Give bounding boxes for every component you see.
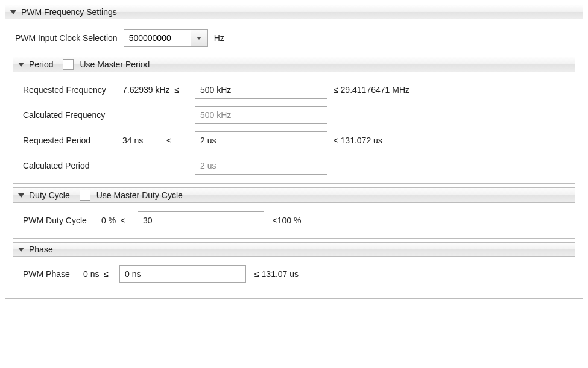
clock-selection-combo[interactable] [124, 29, 208, 47]
pwm-frequency-settings-panel: PWM Frequency Settings PWM Input Clock S… [5, 5, 583, 299]
duty-cycle-header[interactable]: Duty Cycle Use Master Duty Cycle [13, 188, 575, 203]
clock-selection-input[interactable] [124, 30, 191, 46]
phase-max: ≤ 131.07 us [246, 269, 299, 279]
chevron-down-icon [197, 37, 201, 40]
requested-frequency-row: Requested Frequency 7.62939 kHz ≤ ≤ 29.4… [23, 81, 565, 99]
phase-input[interactable] [119, 265, 246, 283]
calculated-period-value [195, 157, 327, 175]
phase-header[interactable]: Phase [13, 243, 575, 257]
use-master-period-checkbox[interactable] [63, 59, 74, 70]
use-master-duty-cycle-checkbox[interactable] [80, 190, 90, 201]
duty-cycle-input[interactable] [138, 211, 264, 229]
calculated-frequency-label: Calculated Frequency [23, 110, 122, 120]
panel-title: PWM Frequency Settings [21, 7, 117, 17]
clock-selection-label: PWM Input Clock Selection [15, 33, 118, 43]
duty-cycle-min: 0 % ≤ [101, 216, 138, 225]
requested-period-min: 34 ns ≤ [122, 136, 195, 145]
duty-cycle-title: Duty Cycle [29, 190, 70, 200]
duty-cycle-label: PWM Duty Cycle [23, 216, 101, 225]
use-master-duty-cycle-label: Use Master Duty Cycle [96, 190, 183, 200]
phase-row: PWM Phase 0 ns ≤ ≤ 131.07 us [23, 265, 565, 283]
use-master-period-label: Use Master Period [80, 60, 150, 69]
calculated-period-row: Calculated Period [23, 157, 565, 175]
period-panel: Period Use Master Period Requested Frequ… [13, 57, 575, 184]
clock-selection-unit: Hz [214, 33, 224, 43]
clock-selection-row: PWM Input Clock Selection Hz [13, 29, 575, 47]
requested-frequency-min: 7.62939 kHz ≤ [122, 85, 195, 95]
period-title: Period [29, 60, 53, 69]
requested-period-max: ≤ 131.072 us [327, 136, 448, 145]
collapse-icon [18, 248, 24, 252]
requested-period-row: Requested Period 34 ns ≤ ≤ 131.072 us [23, 131, 565, 149]
duty-cycle-panel: Duty Cycle Use Master Duty Cycle PWM Dut… [13, 187, 575, 239]
requested-frequency-max: ≤ 29.41176471 MHz [327, 85, 448, 95]
phase-panel: Phase PWM Phase 0 ns ≤ ≤ 131.07 us [13, 242, 575, 292]
requested-period-label: Requested Period [23, 136, 122, 145]
collapse-icon [18, 193, 24, 198]
phase-title: Phase [29, 245, 53, 254]
requested-frequency-label: Requested Frequency [23, 85, 122, 95]
period-header[interactable]: Period Use Master Period [13, 57, 575, 72]
duty-cycle-row: PWM Duty Cycle 0 % ≤ ≤100 % [23, 211, 565, 229]
clock-selection-dropdown-button[interactable] [191, 30, 207, 46]
phase-label: PWM Phase [23, 269, 83, 279]
calculated-frequency-row: Calculated Frequency [23, 106, 565, 124]
duty-cycle-max: ≤100 % [264, 216, 301, 225]
phase-min: 0 ns ≤ [83, 269, 119, 279]
calculated-frequency-value [195, 106, 327, 124]
collapse-icon [18, 63, 24, 67]
pwm-frequency-settings-header[interactable]: PWM Frequency Settings [5, 5, 583, 19]
calculated-period-label: Calculated Period [23, 161, 122, 170]
requested-period-input[interactable] [195, 131, 327, 149]
collapse-icon [10, 10, 16, 14]
requested-frequency-input[interactable] [195, 81, 327, 99]
